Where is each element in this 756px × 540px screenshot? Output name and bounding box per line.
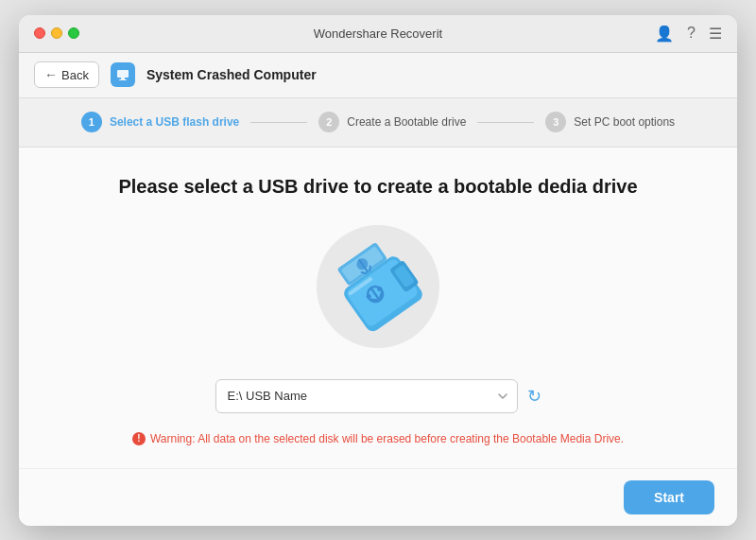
svg-rect-2 (119, 79, 127, 80)
svg-rect-1 (121, 78, 125, 79)
usb-icon (302, 220, 454, 353)
section-title: System Crashed Computer (146, 67, 317, 82)
close-button[interactable] (34, 27, 45, 39)
usb-illustration (302, 220, 454, 353)
menu-icon[interactable]: ☰ (709, 25, 722, 43)
title-bar-actions: 👤 ? ☰ (655, 25, 722, 43)
usb-select[interactable]: E:\ USB Name (215, 379, 518, 413)
start-button[interactable]: Start (624, 480, 714, 514)
section-icon (111, 62, 135, 87)
step-3: 3 Set PC boot options (545, 112, 675, 132)
back-label: Back (61, 68, 89, 82)
dropdown-row: E:\ USB Name ↻ (215, 379, 541, 413)
svg-rect-0 (117, 70, 129, 78)
main-content: Please select a USB drive to create a bo… (19, 148, 737, 468)
step-3-circle: 3 (545, 112, 566, 132)
back-button[interactable]: ← Back (34, 61, 99, 88)
step-1-circle: 1 (81, 112, 102, 132)
step-2-circle: 2 (318, 112, 339, 132)
title-bar: Wondershare Recoverit 👤 ? ☰ (19, 15, 737, 53)
warning-row: ! Warning: All data on the selected disk… (132, 432, 624, 445)
step-connector-1 (250, 122, 307, 123)
footer: Start (19, 468, 737, 526)
step-2: 2 Create a Bootable drive (318, 112, 466, 132)
step-3-label: Set PC boot options (574, 115, 675, 129)
steps-bar: 1 Select a USB flash drive 2 Create a Bo… (19, 98, 737, 148)
main-title: Please select a USB drive to create a bo… (118, 176, 637, 198)
warning-message: Warning: All data on the selected disk w… (150, 432, 624, 445)
step-connector-2 (477, 122, 534, 123)
step-1: 1 Select a USB flash drive (81, 112, 239, 132)
app-window: Wondershare Recoverit 👤 ? ☰ ← Back Syste… (19, 15, 737, 526)
help-icon[interactable]: ? (687, 25, 696, 42)
back-arrow-icon: ← (44, 67, 58, 82)
minimize-button[interactable] (51, 27, 62, 39)
warning-icon: ! (132, 432, 146, 445)
maximize-button[interactable] (68, 27, 79, 39)
refresh-icon[interactable]: ↻ (527, 386, 541, 407)
toolbar: ← Back System Crashed Computer (19, 53, 737, 98)
traffic-lights (34, 27, 79, 39)
account-icon[interactable]: 👤 (655, 25, 674, 43)
app-title: Wondershare Recoverit (314, 26, 442, 41)
step-2-label: Create a Bootable drive (347, 115, 466, 129)
step-1-label: Select a USB flash drive (110, 115, 239, 129)
